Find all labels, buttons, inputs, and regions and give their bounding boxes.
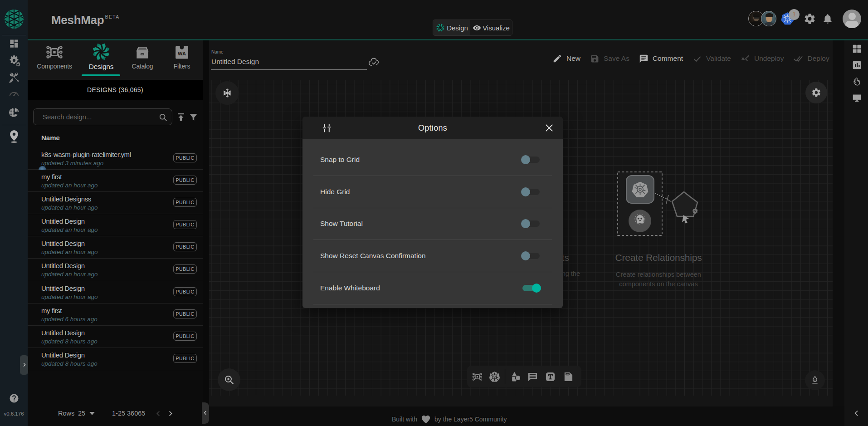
- svg-text:WA: WA: [178, 51, 186, 56]
